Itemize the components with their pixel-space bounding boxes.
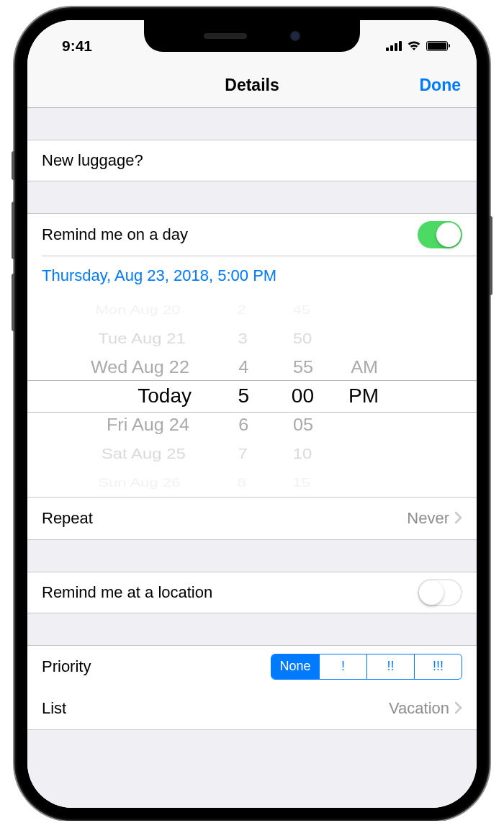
battery-icon: [426, 41, 448, 51]
mute-switch: [12, 151, 14, 180]
picker-option[interactable]: [325, 442, 385, 465]
alarm-date-text: Thursday, Aug 23, 2018, 5:00 PM: [42, 266, 276, 284]
section-spacer: [27, 613, 477, 645]
picker-option-selected[interactable]: 5: [200, 382, 258, 410]
section-spacer: [27, 181, 477, 213]
priority-seg-none[interactable]: None: [271, 654, 319, 679]
remind-location-label: Remind me at a location: [42, 583, 212, 602]
priority-seg-high[interactable]: !!!: [414, 654, 462, 679]
volume-down-button: [12, 274, 14, 331]
picker-hour-wheel[interactable]: 1 2 3 4 5 6 7 8 9: [200, 295, 258, 497]
speaker-grille: [204, 33, 247, 39]
picker-option[interactable]: 10: [261, 442, 320, 465]
done-button[interactable]: Done: [420, 76, 462, 95]
status-right: [386, 37, 448, 55]
priority-seg-low[interactable]: !: [319, 654, 366, 679]
cellular-signal-icon: [386, 41, 402, 51]
picker-option[interactable]: 05: [258, 412, 321, 438]
picker-option[interactable]: [325, 327, 385, 350]
picker-option[interactable]: 7: [202, 442, 256, 465]
front-camera: [290, 31, 300, 41]
reminder-title-text: New luggage?: [42, 151, 143, 170]
volume-up-button: [12, 202, 14, 259]
priority-row: Priority None ! !! !!!: [27, 646, 477, 688]
picker-option[interactable]: AM: [323, 354, 386, 381]
picker-option[interactable]: Sat Aug 25: [41, 442, 194, 465]
picker-option[interactable]: 45: [263, 300, 318, 319]
remind-on-day-row: Remind me on a day: [27, 214, 477, 256]
repeat-row[interactable]: Repeat Never: [27, 498, 477, 539]
picker-date-wheel[interactable]: Sun Aug 19 Mon Aug 20 Tue Aug 21 Wed Aug…: [35, 295, 200, 497]
picker-option[interactable]: 6: [201, 412, 257, 438]
picker-option[interactable]: 4: [201, 354, 257, 381]
priority-list-group: Priority None ! !! !!! List Vacation: [27, 645, 477, 731]
repeat-label: Repeat: [42, 509, 93, 528]
picker-option-selected[interactable]: Today: [35, 382, 200, 410]
picker-option[interactable]: 50: [261, 327, 320, 350]
picker-option[interactable]: [323, 412, 386, 438]
side-button: [490, 216, 492, 295]
remind-on-day-label: Remind me on a day: [42, 225, 188, 244]
section-spacer: [27, 108, 477, 140]
picker-option-selected[interactable]: PM: [323, 382, 387, 410]
notch: [144, 20, 360, 52]
remind-location-toggle[interactable]: [418, 579, 462, 606]
picker-minute-wheel[interactable]: 40 45 50 55 00 05 10 15 20: [258, 295, 323, 497]
page-title: Details: [225, 76, 279, 95]
picker-option[interactable]: Mon Aug 20: [47, 300, 188, 319]
list-value: Vacation: [389, 699, 449, 718]
picker-option[interactable]: Sun Aug 26: [47, 473, 188, 492]
picker-option-selected[interactable]: 00: [258, 382, 323, 410]
status-time: 9:41: [62, 37, 92, 55]
repeat-value: Never: [407, 509, 449, 528]
nav-bar: Details Done: [27, 63, 477, 108]
picker-option[interactable]: 3: [202, 327, 256, 350]
remind-on-day-toggle[interactable]: [418, 221, 462, 248]
datetime-picker[interactable]: Sun Aug 19 Mon Aug 20 Tue Aug 21 Wed Aug…: [27, 295, 477, 497]
toggle-knob: [419, 580, 444, 605]
priority-seg-med[interactable]: !!: [366, 654, 414, 679]
list-label: List: [42, 699, 66, 718]
picker-option[interactable]: 55: [258, 354, 321, 381]
content-scroll[interactable]: New luggage? Remind me on a day Thursday…: [27, 108, 477, 808]
section-spacer: [27, 540, 477, 572]
wifi-icon: [407, 37, 421, 55]
picker-option[interactable]: Fri Aug 24: [37, 412, 197, 438]
list-row[interactable]: List Vacation: [27, 688, 477, 729]
chevron-right-icon: [455, 509, 462, 528]
screen: 9:41 Details Done New luggage?: [27, 20, 477, 808]
picker-option[interactable]: 2: [204, 300, 253, 319]
alarm-date-row[interactable]: Thursday, Aug 23, 2018, 5:00 PM: [27, 256, 477, 295]
picker-option[interactable]: 15: [263, 473, 318, 492]
reminder-title-field[interactable]: New luggage?: [27, 140, 477, 181]
picker-option[interactable]: [328, 473, 383, 492]
remind-location-row: Remind me at a location: [27, 572, 477, 613]
remind-day-group: Remind me on a day Thursday, Aug 23, 201…: [27, 213, 477, 540]
picker-ampm-wheel[interactable]: AM PM: [323, 295, 387, 497]
priority-label: Priority: [42, 657, 91, 676]
toggle-knob: [436, 222, 461, 247]
picker-option[interactable]: 8: [204, 473, 253, 492]
device-frame: 9:41 Details Done New luggage?: [14, 7, 490, 821]
picker-option[interactable]: Tue Aug 21: [41, 327, 194, 350]
picker-option[interactable]: Wed Aug 22: [37, 354, 197, 381]
picker-option[interactable]: [328, 300, 383, 319]
chevron-right-icon: [455, 699, 462, 718]
priority-segmented-control[interactable]: None ! !! !!!: [271, 654, 462, 680]
